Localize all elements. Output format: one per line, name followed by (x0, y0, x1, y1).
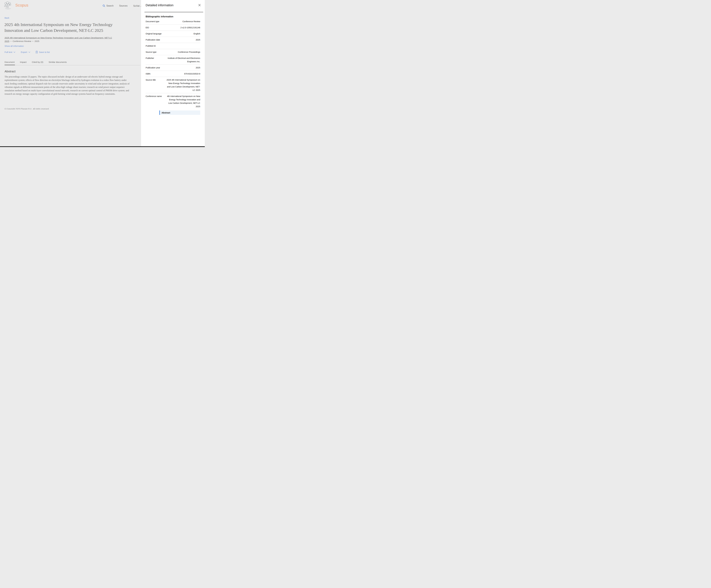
row-label: ISBN (146, 72, 163, 75)
row-value: 979-833153533-9 (164, 72, 200, 75)
row-label: Publication date (146, 38, 163, 42)
abstract-heading: Abstract (4, 70, 16, 73)
abstract-section-nav[interactable]: Abstract (159, 110, 200, 115)
document-actions: Full text Export Save to list (4, 51, 50, 53)
elsevier-tree-logo (4, 1, 12, 9)
table-row-publication-year: Publication year 2025 (146, 65, 200, 71)
table-row-original-language: Original language English (146, 31, 200, 37)
scopus-document-page: Scopus Search Sources SciVal ↗ Back 2025… (0, 0, 205, 147)
chevron-down-icon (14, 51, 15, 53)
table-row-pubmed-id: PubMed ID (146, 43, 200, 49)
row-label: Document type (146, 20, 163, 23)
table-row-source-type: Source type Conference Proceedings (146, 49, 200, 55)
nav-scival[interactable]: SciVal ↗ (133, 4, 142, 7)
meta-separator: • (10, 40, 11, 43)
tab-document[interactable]: Document (4, 61, 15, 65)
document-tabs: Document Impact Cited by (0) Similar doc… (4, 61, 141, 65)
table-row-conference-name: Conference name 4th International Sympos… (146, 93, 200, 109)
section-heading: Bibliographic information (146, 15, 200, 18)
export-button[interactable]: Export (21, 51, 30, 53)
window-bottom-edge (0, 146, 205, 147)
row-label: Publisher (146, 57, 163, 63)
row-value: Conference Proceedings (164, 50, 200, 54)
row-value: English (164, 32, 200, 36)
export-label: Export (21, 51, 27, 53)
row-value (164, 44, 200, 48)
nav-search[interactable]: Search (103, 4, 114, 7)
row-value: 4th International Symposium on New Energ… (166, 94, 200, 108)
back-link[interactable]: Back (4, 17, 9, 19)
row-label: PubMed ID (146, 44, 163, 48)
tab-cited-by[interactable]: Cited by (0) (32, 61, 43, 65)
search-icon (103, 4, 105, 7)
close-icon[interactable] (198, 4, 201, 6)
document-type-label: Conference Review (13, 40, 31, 42)
show-all-information-link[interactable]: Show all information (4, 45, 24, 47)
abstract-text: The proceedings contain 53 papers. The t… (4, 75, 131, 96)
row-value: 2025 4th International Symposium on New … (166, 78, 200, 92)
row-label: Source title (146, 78, 163, 92)
brand-wordmark: Scopus (15, 3, 28, 7)
panel-title: Detailed information (146, 3, 173, 7)
row-value: Institute of Electrical and Electronics … (164, 57, 200, 63)
table-row-publication-date: Publication date 2025 (146, 37, 200, 43)
nav-search-label: Search (106, 4, 114, 7)
save-to-list-button[interactable]: Save to list (36, 51, 50, 53)
table-row-document-type: Document type Conference Review (146, 19, 200, 25)
table-row-source-title: Source title 2025 4th International Symp… (146, 77, 200, 93)
publication-year-label: 2025 (35, 40, 39, 42)
document-meta: 2025 4th International Symposium on New … (4, 36, 114, 43)
table-row-isbn: ISBN 979-833153533-9 (146, 71, 200, 77)
tab-similar-documents[interactable]: Similar documents (49, 61, 67, 65)
table-row-publisher: Publisher Institute of Electrical and El… (146, 55, 200, 65)
abstract-section-nav-label: Abstract (161, 111, 170, 114)
nav-sources[interactable]: Sources (119, 4, 128, 7)
row-value: 2025 (164, 38, 200, 42)
save-to-list-label: Save to list (39, 51, 50, 53)
chevron-down-icon (28, 51, 30, 53)
row-label: EID (146, 26, 163, 29)
copyright-notice: © Copyright 2025 Elsevier B.V., All righ… (4, 108, 95, 109)
page-title: 2025 4th International Symposium on New … (4, 22, 125, 33)
meta-separator: • (33, 40, 33, 43)
table-row-eid: EID 2-s2.0-105012191146 (146, 25, 200, 31)
bibliographic-info-section: Bibliographic information Document type … (141, 12, 205, 109)
detailed-information-panel: Detailed information Bibliographic infor… (141, 0, 205, 147)
row-label: Source type (146, 50, 163, 54)
row-value: Conference Review (164, 20, 200, 23)
bookmark-icon (36, 51, 38, 53)
row-label: Publication year (146, 66, 163, 69)
row-value: 2025 (164, 66, 200, 69)
full-text-label: Full text (4, 51, 12, 53)
full-text-button[interactable]: Full text (4, 51, 15, 53)
row-value: 2-s2.0-105012191146 (164, 26, 200, 29)
row-label: Original language (146, 32, 163, 36)
tab-impact[interactable]: Impact (20, 61, 27, 65)
row-label: Conference name (146, 94, 163, 108)
